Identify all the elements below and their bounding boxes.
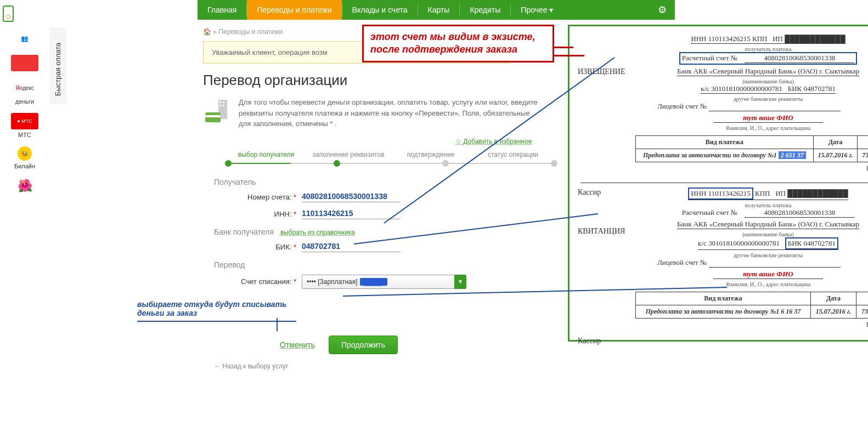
- svg-rect-6: [205, 115, 221, 117]
- svg-rect-1: [219, 101, 221, 103]
- account-value[interactable]: 40802810068530001338: [302, 192, 401, 202]
- phone-icon: [3, 5, 14, 22]
- annotation-exist-account: этот счет мы видим в экзисте, после подт…: [362, 25, 554, 63]
- debit-hint: выбираете откуда будут списывать деньги …: [137, 300, 296, 322]
- debit-account-select[interactable]: •••• [Зарплатная] ████ ▼: [302, 275, 466, 289]
- payment-slip: ИЗВЕЩЕНИЕ Кассир ИНН 110113426215 КПП ИП…: [568, 25, 868, 342]
- nav-other[interactable]: Прочее ▾: [511, 0, 563, 20]
- top-navigation: Главная Переводы и платежи Вклады и счет…: [198, 0, 675, 20]
- sidebar-item-red[interactable]: [3, 55, 47, 71]
- mts-icon: ● МТС: [11, 113, 38, 129]
- debit-label: Счет списания: *: [214, 277, 302, 286]
- section-bank: Банк получателя выбрать из справочника: [214, 228, 565, 236]
- continue-button[interactable]: Продолжить: [329, 336, 398, 354]
- quick-pay-sidebar: 👥 Яндексденьги ● МТСМТС 🐝Билайн 🌺: [0, 0, 49, 370]
- svg-rect-4: [223, 105, 224, 106]
- step-3: подтверждение: [390, 151, 472, 158]
- nav-credits[interactable]: Кредиты: [460, 0, 510, 20]
- transfer-form: Получатель Номер счета: * 40802810068530…: [214, 178, 565, 289]
- sidebar-item-phone[interactable]: [3, 5, 47, 22]
- red-connector-2: [554, 55, 584, 56]
- inn-value[interactable]: 110113426215: [302, 209, 401, 219]
- bik-value[interactable]: 048702781: [302, 242, 401, 252]
- beeline-icon: 🐝: [18, 146, 32, 161]
- account-label: Номер счета: *: [214, 193, 302, 201]
- breadcrumb-link[interactable]: Переводы и платежи: [218, 28, 283, 36]
- svg-rect-2: [223, 101, 224, 103]
- gear-icon[interactable]: ⚙: [650, 4, 675, 16]
- home-icon[interactable]: 🏠: [203, 28, 211, 36]
- nav-deposits[interactable]: Вклады и счета: [342, 0, 418, 20]
- step-1: выбор получателя: [225, 151, 307, 158]
- intro-text: Для того чтобы перевести деньги организа…: [239, 97, 543, 129]
- sidebar-item-flower[interactable]: 🌺: [3, 178, 47, 194]
- red-connector-1: [554, 47, 573, 48]
- inn-label: ИНН: *: [214, 210, 302, 218]
- yandex-money-icon: Яндекс: [11, 79, 38, 96]
- sidebar-item-people[interactable]: 👥: [3, 30, 47, 47]
- flower-icon: 🌺: [11, 178, 38, 194]
- step-2: заполнение реквизитов: [307, 151, 390, 158]
- slip-table-2: Вид платежаДатаСумма Предоплата за автоз…: [635, 292, 868, 319]
- nav-main[interactable]: Главная: [198, 0, 246, 20]
- bik-label: БИК: *: [214, 243, 302, 251]
- slip-cashier-label-2: Кассир: [578, 337, 601, 345]
- step-4: статус операции: [472, 151, 554, 158]
- nav-transfers[interactable]: Переводы и платежи: [247, 0, 341, 20]
- people-icon: 👥: [11, 30, 38, 47]
- svg-rect-3: [219, 105, 221, 106]
- directory-link[interactable]: выбрать из справочника: [280, 229, 355, 236]
- intro-block: Для того чтобы перевести деньги организа…: [203, 97, 543, 129]
- card-building-icon: [203, 97, 230, 124]
- section-recipient: Получатель: [214, 178, 565, 186]
- section-transfer: Перевод: [214, 260, 565, 269]
- nav-cards[interactable]: Карты: [418, 0, 460, 20]
- red-band-icon: [11, 55, 38, 71]
- sidebar-item-beeline[interactable]: 🐝Билайн: [3, 146, 47, 169]
- sidebar-item-yandex[interactable]: Яндексденьги: [3, 79, 47, 105]
- sidebar-item-mts[interactable]: ● МТСМТС: [3, 113, 47, 138]
- wizard-steps: выбор получателя заполнение реквизитов п…: [225, 151, 554, 158]
- slip-table-1: Вид платежаДатаСумма Предоплата за автоз…: [635, 135, 868, 162]
- back-link[interactable]: Назад к выбору услуг: [214, 362, 868, 370]
- slip-notice-label: ИЗВЕЩЕНИЕ: [578, 67, 625, 76]
- slip-receipt-label: КВИТАНЦИЯ: [578, 227, 625, 236]
- wizard-progress: [225, 163, 554, 164]
- cancel-button[interactable]: Отменить: [280, 340, 315, 349]
- chevron-down-icon: ▼: [454, 275, 466, 289]
